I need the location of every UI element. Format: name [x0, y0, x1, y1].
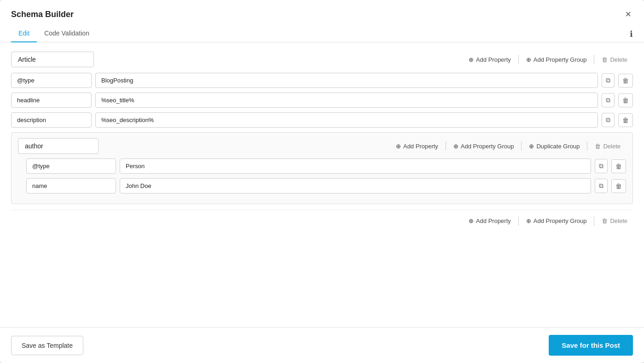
delete-author-type-button[interactable]: 🗑	[611, 159, 626, 173]
modal-title: Schema Builder	[11, 10, 74, 19]
trash-icon-author-name: 🗑	[615, 182, 622, 190]
copy-icon-author-type: ⧉	[599, 162, 603, 170]
prop-key-headline[interactable]	[11, 93, 92, 108]
property-row-headline: ⧉ 🗑	[11, 93, 633, 108]
prop-val-headline[interactable]	[95, 93, 598, 108]
schema-top-toolbar: ⊕ Add Property ⊕ Add Property Group 🗑 De…	[11, 52, 633, 67]
duplicate-icon-author: ⊕	[529, 143, 534, 150]
prop-key-type[interactable]	[11, 73, 92, 88]
plus-circle-icon-bottom-group: ⊕	[526, 217, 531, 224]
top-delete-button[interactable]: 🗑 Delete	[596, 53, 633, 66]
copy-author-type-button[interactable]: ⧉	[595, 159, 608, 173]
author-prop-val-name[interactable]	[120, 178, 591, 193]
separator-bottom-2	[594, 217, 594, 226]
save-as-template-button[interactable]: Save as Template	[11, 336, 83, 355]
plus-circle-icon: ⊕	[469, 56, 474, 63]
trash-icon-type: 🗑	[622, 77, 629, 84]
author-group-actions: ⊕ Add Property ⊕ Add Property Group ⊕ Du…	[390, 140, 626, 152]
top-toolbar-actions: ⊕ Add Property ⊕ Add Property Group 🗑 De…	[463, 53, 633, 66]
property-row-description: ⧉ 🗑	[11, 112, 633, 128]
tab-code-validation[interactable]: Code Validation	[37, 25, 97, 42]
modal-footer: Save as Template Save for this Post	[0, 327, 644, 363]
author-prop-val-type[interactable]	[120, 158, 591, 174]
bottom-toolbar-actions: ⊕ Add Property ⊕ Add Property Group 🗑 De…	[463, 215, 633, 227]
copy-icon-headline: ⧉	[606, 96, 610, 104]
info-icon-button[interactable]: ℹ	[630, 29, 633, 39]
plus-circle-icon-2: ⊕	[526, 56, 531, 63]
property-row-type: ⧉ 🗑	[11, 73, 633, 88]
schema-builder-modal: Schema Builder × Edit Code Validation ℹ …	[0, 0, 644, 363]
author-group-name-input[interactable]	[18, 138, 99, 154]
author-group: ⊕ Add Property ⊕ Add Property Group ⊕ Du…	[11, 132, 633, 204]
separator-1	[518, 55, 519, 64]
author-prop-key-name[interactable]	[26, 178, 116, 193]
bottom-add-property-group-button[interactable]: ⊕ Add Property Group	[521, 215, 592, 227]
author-prop-row-name: ⧉ 🗑	[18, 178, 626, 193]
copy-icon-type: ⧉	[606, 76, 610, 84]
prop-val-description[interactable]	[95, 112, 598, 128]
tab-bar: Edit Code Validation ℹ	[0, 25, 644, 42]
copy-row-headline-button[interactable]: ⧉	[602, 93, 615, 107]
modal-body: ⊕ Add Property ⊕ Add Property Group 🗑 De…	[0, 42, 644, 327]
author-duplicate-group-button[interactable]: ⊕ Duplicate Group	[523, 140, 585, 152]
save-for-post-button[interactable]: Save for this Post	[549, 335, 633, 356]
author-delete-button[interactable]: 🗑 Delete	[589, 140, 626, 152]
delete-row-description-button[interactable]: 🗑	[618, 113, 633, 127]
separator-author-2	[521, 141, 522, 151]
tab-edit[interactable]: Edit	[11, 25, 37, 42]
copy-row-description-button[interactable]: ⧉	[602, 113, 615, 127]
prop-val-type[interactable]	[95, 73, 598, 88]
delete-row-headline-button[interactable]: 🗑	[618, 94, 633, 107]
bottom-toolbar: ⊕ Add Property ⊕ Add Property Group 🗑 De…	[11, 210, 633, 227]
author-group-header: ⊕ Add Property ⊕ Add Property Group ⊕ Du…	[18, 138, 626, 154]
copy-icon-description: ⧉	[606, 116, 610, 124]
separator-2	[594, 55, 594, 64]
plus-circle-icon-author-prop: ⊕	[396, 143, 401, 150]
trash-icon-author: 🗑	[595, 143, 601, 150]
bottom-add-property-button[interactable]: ⊕ Add Property	[463, 215, 516, 227]
author-add-property-group-button[interactable]: ⊕ Add Property Group	[448, 140, 520, 152]
schema-name-input[interactable]	[11, 52, 94, 67]
author-add-property-button[interactable]: ⊕ Add Property	[390, 140, 444, 152]
copy-icon-author-name: ⧉	[599, 182, 603, 190]
copy-row-type-button[interactable]: ⧉	[602, 73, 615, 88]
copy-author-name-button[interactable]: ⧉	[595, 179, 608, 193]
separator-author-1	[446, 141, 446, 151]
close-button[interactable]: ×	[623, 7, 633, 21]
plus-circle-icon-author-group: ⊕	[453, 143, 458, 150]
modal-header: Schema Builder ×	[0, 0, 644, 21]
author-prop-key-type[interactable]	[26, 158, 116, 174]
delete-row-type-button[interactable]: 🗑	[618, 74, 633, 88]
bottom-delete-button[interactable]: 🗑 Delete	[596, 215, 633, 227]
trash-icon-headline: 🗑	[622, 97, 629, 104]
trash-icon-author-type: 🗑	[615, 163, 622, 170]
trash-icon-top: 🗑	[602, 56, 608, 63]
prop-key-description[interactable]	[11, 112, 92, 128]
separator-author-3	[587, 141, 587, 151]
delete-author-name-button[interactable]: 🗑	[611, 179, 626, 193]
trash-icon-description: 🗑	[622, 117, 629, 124]
separator-bottom-1	[518, 217, 519, 226]
top-add-property-button[interactable]: ⊕ Add Property	[463, 53, 516, 66]
top-add-property-group-button[interactable]: ⊕ Add Property Group	[521, 53, 592, 66]
author-prop-row-type: ⧉ 🗑	[18, 158, 626, 174]
trash-icon-bottom: 🗑	[602, 217, 608, 224]
plus-circle-icon-bottom-prop: ⊕	[469, 217, 474, 224]
